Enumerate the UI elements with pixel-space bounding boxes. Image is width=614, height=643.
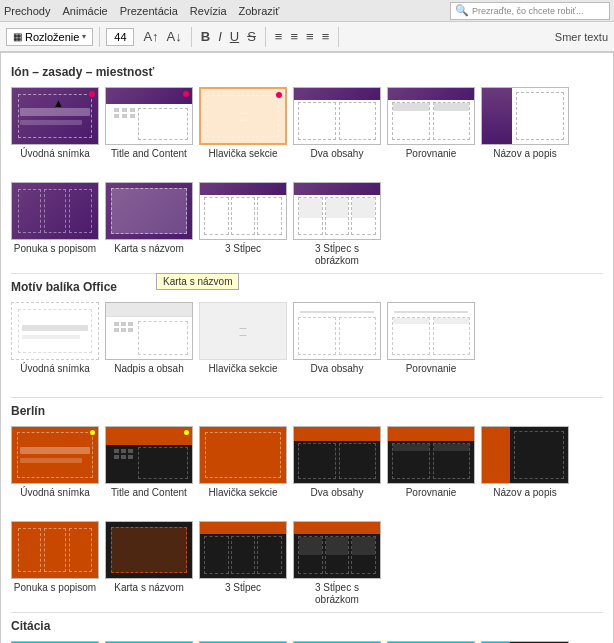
nav-zobrazit[interactable]: Zobraziť xyxy=(239,5,280,17)
layout-item-ion-title[interactable]: Title and Content xyxy=(105,87,193,172)
layout-thumb-off-dva xyxy=(293,302,381,360)
font-buttons: A↑ A↓ xyxy=(140,28,184,45)
layout-thumb-ion-hlavicka: —— xyxy=(199,87,287,145)
col-header xyxy=(434,103,470,111)
layout-item-ion-nazov[interactable]: Názov a popis xyxy=(481,87,569,172)
content-boxes xyxy=(18,189,92,233)
ribbon-toolbar: ▦ Rozloženie ▾ A↑ A↓ B I U S ≡ ≡ ≡ ≡ Sme… xyxy=(0,22,614,52)
layout-item-ber-uvod[interactable]: Úvodná snímka xyxy=(11,426,99,511)
cols xyxy=(298,197,376,235)
layout-label-ber-karta: Karta s názvom xyxy=(114,582,183,606)
col-img xyxy=(326,198,349,218)
nav-animacie[interactable]: Animácie xyxy=(62,5,107,17)
box xyxy=(69,528,92,572)
search-box[interactable]: 🔍 Prezraďte, čo chcete robiť... xyxy=(450,2,610,20)
layout-item-off-nadpis[interactable]: Nadpis a obsah xyxy=(105,302,193,387)
status-dot xyxy=(183,91,189,97)
status-dot xyxy=(89,91,95,97)
col xyxy=(257,536,282,574)
col xyxy=(298,197,323,235)
status-dot xyxy=(276,92,282,98)
content-box xyxy=(138,321,188,355)
underline-icon[interactable]: U xyxy=(227,28,242,45)
layout-item-ber-ponuka[interactable]: Ponuka s popisom xyxy=(11,521,99,606)
dot xyxy=(128,322,133,326)
office-layouts: Úvodná snímka Nadpis a obsah —— xyxy=(11,302,603,387)
layout-item-ber-hlavicka[interactable]: Hlavička sekcie xyxy=(199,426,287,511)
header-bar xyxy=(106,88,192,104)
layout-item-ion-ponuka[interactable]: Ponuka s popisom xyxy=(11,182,99,267)
nav-prezentacia[interactable]: Prezentácia xyxy=(120,5,178,17)
cols xyxy=(392,317,470,355)
layout-item-ion-porovnanie[interactable]: Porovnanie xyxy=(387,87,475,172)
col-right xyxy=(339,317,377,355)
bold-icon[interactable]: B xyxy=(198,28,213,45)
layout-item-ion-karta[interactable]: Karta s názvom xyxy=(105,182,193,267)
nav-prechody[interactable]: Prechody xyxy=(4,5,50,17)
img xyxy=(326,537,349,555)
top-navigation: Prechody Animácie Prezentácia Revízia Zo… xyxy=(0,0,614,22)
box xyxy=(44,528,67,572)
align-right-icon[interactable]: ≡ xyxy=(303,28,317,45)
layout-item-ber-3stlpec-obr[interactable]: 3 Stĺpec s obrázkom xyxy=(293,521,381,606)
search-placeholder: Prezraďte, čo chcete robiť... xyxy=(472,6,583,16)
align-center-icon[interactable]: ≡ xyxy=(287,28,301,45)
dot xyxy=(128,328,133,332)
cols xyxy=(204,536,282,574)
layout-label-ion-dva: Dva obsahy xyxy=(311,148,364,172)
col-right xyxy=(339,443,377,479)
strikethrough-icon[interactable]: S xyxy=(244,28,259,45)
col-right xyxy=(433,317,471,355)
header-bar xyxy=(106,303,192,317)
layout-item-ber-title[interactable]: Title and Content xyxy=(105,426,193,511)
layout-thumb-ion-karta xyxy=(105,182,193,240)
layout-item-ion-uvod[interactable]: Úvodná snímka xyxy=(11,87,99,172)
layout-thumb-off-uvod xyxy=(11,302,99,360)
cols xyxy=(392,443,470,479)
justify-icon[interactable]: ≡ xyxy=(319,28,333,45)
layout-item-off-hlavicka[interactable]: —— Hlavička sekcie xyxy=(199,302,287,387)
layout-item-off-porovnanie[interactable]: Porovnanie xyxy=(387,302,475,387)
layout-item-ber-porovnanie[interactable]: Porovnanie xyxy=(387,426,475,511)
layout-item-off-dva[interactable]: Dva obsahy xyxy=(293,302,381,387)
header-bar xyxy=(200,183,286,195)
nav-revizia[interactable]: Revízia xyxy=(190,5,227,17)
inner-dashed xyxy=(17,432,93,478)
align-left-icon[interactable]: ≡ xyxy=(272,28,286,45)
tooltip-karta: Karta s názvom xyxy=(156,273,239,290)
layout-item-ion-3stlpec[interactable]: 3 Stĺpec xyxy=(199,182,287,267)
layout-thumb-ber-3stlpec xyxy=(199,521,287,579)
layout-item-off-uvod[interactable]: Úvodná snímka xyxy=(11,302,99,387)
box xyxy=(69,189,92,233)
content-right xyxy=(138,447,188,479)
smer-textu-button[interactable]: Smer textu xyxy=(555,31,608,43)
italic-icon[interactable]: I xyxy=(215,28,225,45)
layout-item-ion-3stlpec-obr[interactable]: 3 Stĺpec s obrázkom xyxy=(293,182,381,267)
content-right xyxy=(514,431,564,479)
layout-item-ion-dva[interactable]: Dva obsahy xyxy=(293,87,381,172)
layout-label-ber-dva: Dva obsahy xyxy=(311,487,364,511)
search-icon: 🔍 xyxy=(455,4,469,17)
dot xyxy=(130,108,135,112)
col-right xyxy=(433,102,471,140)
status-dot xyxy=(184,430,189,435)
font-decrease-icon[interactable]: A↓ xyxy=(164,28,185,45)
font-size-input[interactable] xyxy=(106,28,134,46)
col-left xyxy=(298,443,336,479)
layout-item-ber-dva[interactable]: Dva obsahy xyxy=(293,426,381,511)
font-increase-icon[interactable]: A↑ xyxy=(140,28,161,45)
grid-dots xyxy=(114,108,136,118)
dot xyxy=(121,455,126,459)
layout-item-ion-hlavicka[interactable]: —— Hlavička sekcie xyxy=(199,87,287,172)
subtitle-line xyxy=(22,335,80,339)
layout-item-ber-karta[interactable]: Karta s názvom xyxy=(105,521,193,606)
header-line xyxy=(300,311,374,313)
box xyxy=(18,528,41,572)
layout-item-ber-3stlpec[interactable]: 3 Stĺpec xyxy=(199,521,287,606)
col-header xyxy=(393,444,429,451)
rozlozenie-button[interactable]: ▦ Rozloženie ▾ xyxy=(6,28,93,46)
layout-item-ber-nazov[interactable]: Názov a popis xyxy=(481,426,569,511)
title-line xyxy=(20,447,90,454)
col-header xyxy=(434,444,470,451)
dot xyxy=(128,455,133,459)
